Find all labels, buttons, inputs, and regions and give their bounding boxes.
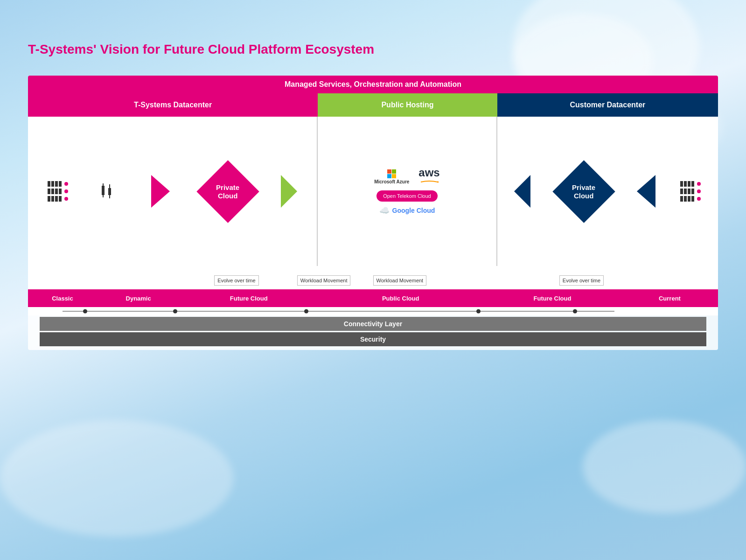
google-cloud-logo: ☁️ Google Cloud <box>379 205 435 216</box>
page-title: T-Systems' Vision for Future Cloud Platf… <box>28 37 718 62</box>
evolve-label-left: Evolve over time <box>214 275 258 286</box>
server-icon-left <box>48 181 68 202</box>
workload-label-right: Workload Movement <box>373 275 427 286</box>
cat-current: Current <box>621 289 718 307</box>
workload-label-left: Workload Movement <box>297 275 351 286</box>
cat-future-cloud-right: Future Cloud <box>483 289 621 307</box>
tsystems-header: T-Systems Datacenter <box>28 93 318 117</box>
svg-marker-6 <box>438 181 439 183</box>
svg-rect-3 <box>108 188 111 195</box>
cloud-logos-top: Microsoft Azure aws <box>374 167 440 187</box>
green-diamond-divider <box>281 175 297 208</box>
tsystems-section: Private Cloud <box>28 117 318 266</box>
main-content-row: Private Cloud <box>28 117 718 266</box>
svg-rect-0 <box>102 186 105 195</box>
security-bar: Security <box>40 332 706 346</box>
blue-diamond-divider <box>514 175 530 208</box>
customer-section: Private Cloud <box>497 117 718 266</box>
public-section: Microsoft Azure aws Open Te <box>318 117 497 266</box>
arrow-left-customer <box>637 175 655 208</box>
cat-classic: Classic <box>28 289 97 307</box>
cat-public-cloud: Public Cloud <box>318 289 483 307</box>
managed-services-bar: Managed Services, Orchestration and Auto… <box>28 76 718 93</box>
category-row: Classic Dynamic Future Cloud Public Clou… <box>28 289 718 307</box>
cat-future-cloud-left: Future Cloud <box>180 289 318 307</box>
customer-header: Customer Datacenter <box>497 93 718 117</box>
private-cloud-right: Private Cloud <box>556 163 612 219</box>
server-icon-right <box>680 181 701 202</box>
private-cloud-left: Private Cloud <box>200 163 256 219</box>
aws-logo: aws <box>418 167 439 187</box>
public-header: Public Hosting <box>318 93 497 117</box>
chart-icon <box>98 179 121 204</box>
evolve-label-right: Evolve over time <box>559 275 604 286</box>
connectivity-bar: Connectivity Layer <box>40 317 706 331</box>
diagram-wrapper: Managed Services, Orchestration and Auto… <box>28 76 718 350</box>
cat-dynamic: Dynamic <box>97 289 180 307</box>
open-telekom-cloud: Open Telekom Cloud <box>376 190 438 202</box>
labels-area: Evolve over time Workload Movement Workl… <box>28 266 718 289</box>
timeline-row <box>28 307 718 315</box>
microsoft-azure-logo: Microsoft Azure <box>374 169 409 184</box>
arrow-right-tsystems <box>151 175 170 208</box>
main-container: T-Systems' Vision for Future Cloud Platf… <box>28 37 718 504</box>
section-headers: T-Systems Datacenter Public Hosting Cust… <box>28 93 718 117</box>
